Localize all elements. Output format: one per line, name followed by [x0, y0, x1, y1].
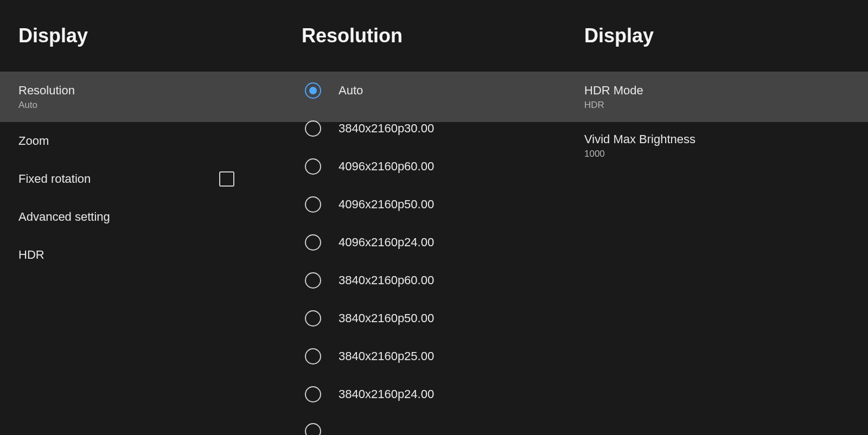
resolution-option-auto[interactable]: Auto [283, 72, 566, 110]
radio-unselected-icon [305, 310, 321, 327]
radio-unselected-icon [305, 272, 321, 289]
panel-header-left: Display [0, 0, 283, 72]
radio-unselected-icon [305, 158, 321, 175]
resolution-option[interactable]: 3840x2160p25.00 [283, 337, 566, 375]
resolution-option[interactable]: 3840x2160p50.00 [283, 299, 566, 337]
menu-item-advanced-setting[interactable]: Advanced setting [0, 198, 283, 236]
menu-item-label: Zoom [18, 134, 49, 148]
panel-header-middle: Resolution [283, 0, 566, 72]
panel-header-right: Display [566, 0, 868, 72]
radio-selected-icon [305, 82, 321, 99]
radio-label: 4096x2160p50.00 [339, 197, 434, 212]
display-settings-panel-right: Display HDR Mode HDR Vivid Max Brightnes… [566, 0, 868, 435]
menu-item-hdr[interactable]: HDR [0, 236, 283, 274]
radio-label: 4096x2160p60.00 [339, 159, 434, 174]
radio-unselected-icon [305, 386, 321, 402]
menu-item-label: Advanced setting [18, 210, 110, 224]
panel-title-left: Display [18, 24, 88, 47]
resolution-option[interactable]: 3840x2160p30.00 [283, 110, 566, 148]
resolution-option[interactable]: 4096x2160p60.00 [283, 148, 566, 185]
resolution-option[interactable] [283, 413, 566, 435]
menu-item-label: Resolution [18, 84, 75, 98]
right-item-list: HDR Mode HDR Vivid Max Brightness 1000 [566, 72, 868, 170]
radio-label: 3840x2160p24.00 [339, 387, 434, 401]
radio-label: 4096x2160p24.00 [339, 235, 434, 250]
menu-item-sub: HDR [584, 100, 604, 111]
radio-label: Auto [339, 84, 363, 98]
menu-item-zoom[interactable]: Zoom [0, 122, 283, 160]
menu-item-label: Fixed rotation [18, 172, 91, 186]
radio-unselected-icon [305, 234, 321, 251]
menu-item-sub: Auto [18, 100, 37, 111]
resolution-options-list: Auto 3840x2160p30.00 4096x2160p60.00 409… [283, 72, 566, 435]
radio-label: 3840x2160p30.00 [339, 121, 434, 136]
menu-item-label: Vivid Max Brightness [584, 132, 695, 146]
menu-item-vivid-brightness[interactable]: Vivid Max Brightness 1000 [566, 122, 868, 170]
radio-unselected-icon [305, 196, 321, 213]
resolution-options-panel: Resolution Auto 3840x2160p30.00 4096x216… [283, 0, 566, 435]
display-settings-panel-left: Display Resolution Auto Zoom Fixed rotat… [0, 0, 283, 435]
menu-item-resolution[interactable]: Resolution Auto [0, 72, 283, 122]
menu-item-sub: 1000 [584, 149, 605, 159]
radio-unselected-icon [305, 120, 321, 137]
menu-item-label: HDR [18, 248, 44, 262]
left-item-list: Resolution Auto Zoom Fixed rotation Adva… [0, 72, 283, 274]
menu-item-label: HDR Mode [584, 84, 643, 98]
menu-item-fixed-rotation[interactable]: Fixed rotation [0, 160, 283, 198]
fixed-rotation-checkbox[interactable] [219, 171, 234, 187]
menu-item-hdr-mode[interactable]: HDR Mode HDR [566, 72, 868, 122]
resolution-option[interactable]: 3840x2160p60.00 [283, 261, 566, 299]
radio-label: 3840x2160p25.00 [339, 349, 434, 363]
radio-label: 3840x2160p60.00 [339, 273, 434, 287]
panel-title-middle: Resolution [302, 24, 403, 47]
panel-title-right: Display [584, 24, 654, 47]
resolution-option[interactable]: 4096x2160p24.00 [283, 223, 566, 261]
resolution-option[interactable]: 3840x2160p24.00 [283, 375, 566, 413]
radio-label: 3840x2160p50.00 [339, 311, 434, 325]
radio-unselected-icon [305, 423, 321, 435]
radio-unselected-icon [305, 348, 321, 364]
resolution-option[interactable]: 4096x2160p50.00 [283, 185, 566, 223]
